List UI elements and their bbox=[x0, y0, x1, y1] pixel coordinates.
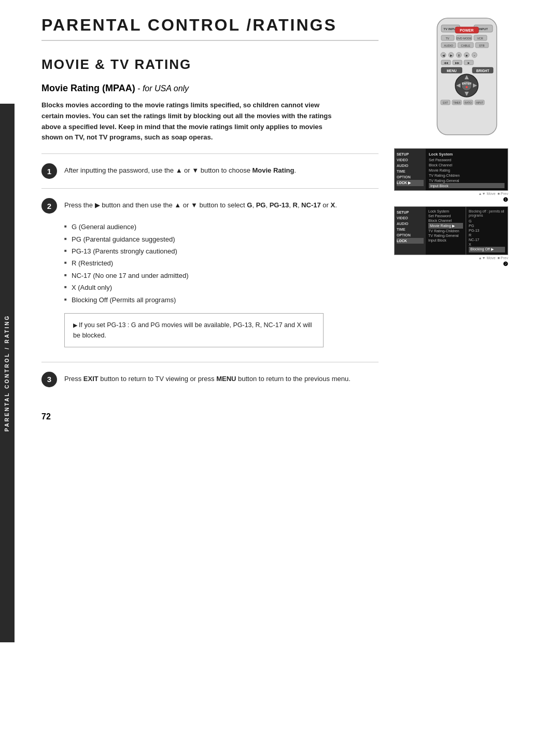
svg-text:▶▶: ▶▶ bbox=[455, 61, 459, 64]
svg-text:RATIO: RATIO bbox=[465, 102, 472, 104]
menu-right-item: Set Password bbox=[429, 157, 505, 162]
screen-mockup-1: SETUP VIDEO AUDIO TIME OPTION LOCK ▶ Loc… bbox=[394, 148, 539, 203]
menu-item: VIDEO bbox=[397, 215, 424, 221]
menu-item: VIDEO bbox=[397, 157, 424, 163]
menu-item: AUDIO bbox=[397, 163, 424, 168]
menu-mid-item-active: Movie Rating ▶ bbox=[428, 223, 463, 229]
submenu-item: NC-17 bbox=[469, 237, 505, 242]
submenu-title: Blocking off : permits all programs bbox=[469, 209, 505, 219]
menu-right-item: TV Rating-General bbox=[429, 178, 505, 183]
step-1-text: After inputting the password, use the ▲ … bbox=[64, 163, 296, 176]
svg-text:POWER: POWER bbox=[459, 29, 473, 32]
menu-right-item-active: Input Block bbox=[429, 183, 505, 188]
remote-control: TV INPUT INPUT POWER TV DVD MODE VCR A bbox=[427, 16, 507, 140]
step-3-circle: 3 bbox=[41, 372, 57, 387]
screen-2-number: ❷ bbox=[394, 261, 508, 268]
subsection-title: Movie Rating (MPAA) - for USA only bbox=[41, 83, 379, 94]
screen-1-number: ❶ bbox=[394, 196, 508, 203]
svg-text:▶: ▶ bbox=[450, 54, 452, 57]
svg-text:INPUT: INPUT bbox=[476, 102, 483, 104]
step-3-section: 3 Press EXIT button to return to TV view… bbox=[41, 362, 379, 397]
svg-text:◀: ◀ bbox=[442, 54, 444, 57]
submenu-item-active: Blocking Off ▶ bbox=[469, 247, 505, 252]
svg-text:EXIT: EXIT bbox=[442, 102, 447, 104]
menu-mid-item: Input Block bbox=[428, 238, 463, 243]
list-item: PG (Parental guidance suggested) bbox=[64, 233, 379, 245]
menu-item: OPTION bbox=[397, 174, 424, 180]
list-item: PG-13 (Parents strongly cautioned) bbox=[64, 245, 379, 257]
svg-text:TV: TV bbox=[445, 37, 449, 40]
menu-item: OPTION bbox=[397, 232, 424, 238]
menu-right-item: TV Rating-Children bbox=[429, 173, 505, 178]
description-text: Blocks movies according to the movie rat… bbox=[41, 100, 342, 143]
page-title: PARENTAL CONTROL /RATINGS bbox=[41, 16, 379, 41]
step-1-circle: 1 bbox=[41, 163, 57, 179]
list-item: G (General audience) bbox=[64, 221, 379, 233]
side-label: PARENTAL CONTROL / RATING bbox=[5, 315, 10, 432]
page-number: 72 bbox=[41, 412, 379, 421]
svg-text:DVD MODE: DVD MODE bbox=[456, 37, 472, 40]
svg-text:CABLE: CABLE bbox=[460, 44, 470, 47]
menu-mid-item: Block Channel bbox=[428, 218, 463, 223]
menu-right-item: Block Channel bbox=[429, 162, 505, 167]
menu-item: SETUP bbox=[397, 209, 424, 215]
screen-mockup-2: SETUP VIDEO AUDIO TIME OPTION LOCK Lock … bbox=[394, 206, 539, 268]
menu-mid-item: TV Rating-Children bbox=[428, 229, 463, 233]
svg-text:VCR: VCR bbox=[477, 37, 483, 40]
step-1-section: 1 After inputting the password, use the … bbox=[41, 153, 379, 188]
screen-nav: ▲▼ Move ■ Prev bbox=[394, 192, 508, 195]
svg-text:ENTER: ENTER bbox=[461, 82, 471, 85]
menu-item: AUDIO bbox=[397, 221, 424, 227]
svg-text:⏸: ⏸ bbox=[457, 54, 460, 57]
svg-text:BRIGHT: BRIGHT bbox=[476, 69, 489, 73]
svg-text:▶: ▶ bbox=[468, 61, 470, 64]
screen-2-nav: ▲▼ Move ■ Prev bbox=[394, 256, 508, 260]
step-2-circle: 2 bbox=[41, 198, 57, 214]
menu-right-item: Lock System bbox=[429, 151, 505, 157]
menu-mid-item: Lock System bbox=[428, 209, 463, 214]
side-bar: PARENTAL CONTROL / RATING bbox=[0, 104, 15, 642]
svg-text:MENU: MENU bbox=[446, 69, 456, 73]
right-column: TV INPUT INPUT POWER TV DVD MODE VCR A bbox=[394, 16, 539, 271]
step-3-text: Press EXIT button to return to TV viewin… bbox=[64, 372, 351, 385]
section-title: MOVIE & TV RATING bbox=[41, 57, 379, 73]
step-2-text: Press the ▶ button and then use the ▲ or… bbox=[64, 198, 337, 211]
info-box: If you set PG-13 : G and PG movies will … bbox=[64, 313, 324, 347]
list-item: X (Adult only) bbox=[64, 281, 379, 293]
svg-text:TIMER: TIMER bbox=[453, 102, 461, 104]
svg-text:INPUT: INPUT bbox=[479, 27, 488, 31]
list-item: Blocking Off (Permits all programs) bbox=[64, 294, 379, 306]
submenu-item: X bbox=[469, 242, 505, 247]
menu-item-active: LOCK ▶ bbox=[397, 180, 424, 186]
step-2-section: 2 Press the ▶ button and then use the ▲ … bbox=[41, 188, 379, 362]
menu-right-item: Movie Rating bbox=[429, 167, 505, 173]
svg-text:STB: STB bbox=[479, 44, 484, 47]
svg-text:■: ■ bbox=[466, 54, 468, 57]
submenu-item: G bbox=[469, 219, 505, 223]
menu-mid-item: TV Rating-General bbox=[428, 233, 463, 238]
svg-text:AUDIO: AUDIO bbox=[444, 44, 453, 47]
menu-item: TIME bbox=[397, 227, 424, 232]
menu-mid-item: Set Password bbox=[428, 214, 463, 218]
list-item: R (Restricted) bbox=[64, 257, 379, 269]
menu-item-active: LOCK bbox=[397, 238, 424, 244]
submenu-item: PG bbox=[469, 223, 505, 228]
menu-item: TIME bbox=[397, 168, 424, 174]
rating-list: G (General audience) PG (Parental guidan… bbox=[64, 221, 379, 306]
submenu-item: PG-13 bbox=[469, 228, 505, 233]
svg-text:◀◀: ◀◀ bbox=[444, 61, 448, 64]
menu-item: SETUP bbox=[397, 151, 424, 157]
svg-point-46 bbox=[466, 86, 468, 88]
list-item: NC-17 (No one 17 and under admitted) bbox=[64, 270, 379, 281]
submenu-item: R bbox=[469, 233, 505, 237]
svg-text:•: • bbox=[474, 54, 475, 57]
